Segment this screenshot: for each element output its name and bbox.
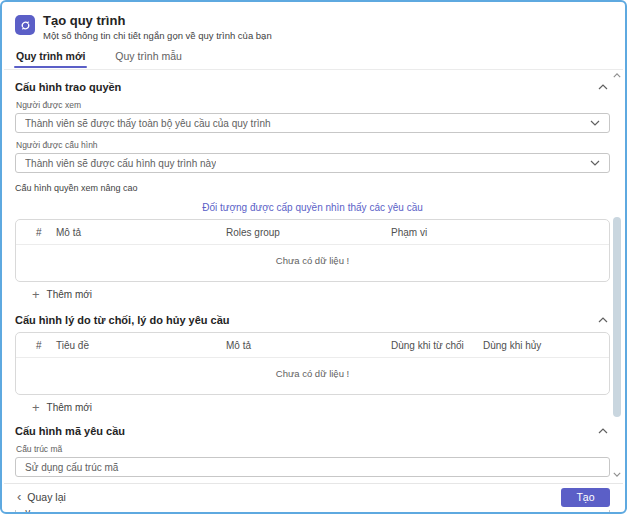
scrollbar-track[interactable] (612, 82, 622, 463)
code-structure-input[interactable] (25, 462, 600, 473)
sync-icon (19, 19, 32, 32)
roles-table-empty: Chưa có dữ liệu ! (16, 245, 609, 281)
tab-new-process[interactable]: Quy trình mới (15, 50, 86, 69)
header-text: Tạo quy trình Một số thông tin chi tiết … (43, 13, 272, 41)
form-content: Cấu hình trao quyền Người được xem Thành… (2, 81, 625, 514)
reasons-table-empty: Chưa có dữ liệu ! (16, 358, 609, 394)
create-process-dialog: Tạo quy trình Một số thông tin chi tiết … (0, 0, 627, 514)
col-index: # (36, 340, 56, 351)
col-scope: Phạm vi (391, 227, 589, 238)
add-reason-button[interactable]: + Thêm mới (32, 402, 610, 413)
plus-icon: + (32, 290, 40, 300)
add-role-button[interactable]: + Thêm mới (32, 289, 610, 300)
configurer-select[interactable]: Thành viên sẽ được cấu hình quy trình nà… (15, 153, 610, 173)
col-used-on-reject: Dùng khi từ chối (391, 340, 483, 351)
vertical-scrollbar[interactable] (612, 64, 622, 481)
tab-bar: Quy trình mới Quy trình mẫu (15, 50, 625, 69)
reasons-table: # Tiêu đề Mô tả Dùng khi từ chối Dùng kh… (15, 332, 610, 395)
add-reason-label: Thêm mới (47, 402, 92, 413)
viewer-select-value: Thành viên sẽ được thấy toàn bộ yêu cầu … (25, 118, 271, 129)
roles-table: # Mô tả Roles group Phạm vi Chưa có dữ l… (15, 219, 610, 282)
dialog-header: Tạo quy trình Một số thông tin chi tiết … (2, 2, 625, 41)
page-subtitle: Một số thông tin chi tiết ngắn gọn về qu… (43, 30, 272, 41)
reasons-table-header: # Tiêu đề Mô tả Dùng khi từ chối Dùng kh… (16, 333, 609, 358)
roles-table-header: # Mô tả Roles group Phạm vi (16, 220, 609, 245)
col-title: Tiêu đề (56, 340, 226, 351)
collapse-grant-icon[interactable] (596, 83, 610, 91)
plus-icon: + (32, 403, 40, 413)
create-button[interactable]: Tạo (561, 488, 610, 507)
collapse-reasons-icon[interactable] (596, 316, 610, 324)
code-structure-field (15, 457, 610, 477)
section-reasons-title: Cấu hình lý do từ chối, lý do hủy yêu cầ… (15, 314, 230, 326)
process-sync-icon (15, 15, 35, 35)
section-code-header: Cấu hình mã yêu cầu (15, 425, 610, 437)
scroll-down-icon[interactable] (613, 463, 621, 481)
tab-divider (4, 69, 623, 70)
col-used-on-cancel: Dùng khi hủy (483, 340, 589, 351)
viewer-label: Người được xem (16, 100, 610, 110)
viewer-select[interactable]: Thành viên sẽ được thấy toàn bộ yêu cầu … (15, 113, 610, 133)
col-index: # (36, 227, 56, 238)
code-structure-label: Cấu trúc mã (16, 444, 610, 454)
configurer-label: Người được cấu hình (16, 140, 610, 150)
back-label: Quay lại (27, 491, 66, 503)
col-roles-group: Roles group (226, 227, 391, 238)
section-code-title: Cấu hình mã yêu cầu (15, 425, 125, 437)
advanced-permission-link[interactable]: Đối tượng được cấp quyền nhìn thấy các y… (15, 202, 610, 213)
chevron-left-icon: ‹ (17, 492, 21, 502)
chevron-down-icon (590, 120, 600, 126)
dialog-footer: ‹ Quay lại Tạo (4, 483, 623, 510)
add-role-label: Thêm mới (47, 289, 92, 300)
section-grant-title: Cấu hình trao quyền (15, 81, 121, 93)
advanced-permission-label: Cấu hình quyền xem nâng cao (15, 183, 610, 193)
col-description: Mô tả (56, 227, 226, 238)
configurer-select-value: Thành viên sẽ được cấu hình quy trình nà… (25, 158, 216, 169)
section-grant-header: Cấu hình trao quyền (15, 81, 610, 93)
back-button[interactable]: ‹ Quay lại (17, 491, 66, 503)
chevron-down-icon (590, 160, 600, 166)
tab-template-process[interactable]: Quy trình mẫu (114, 50, 183, 69)
scrollbar-thumb[interactable] (613, 217, 621, 417)
scroll-up-icon[interactable] (613, 64, 621, 82)
section-reasons-header: Cấu hình lý do từ chối, lý do hủy yêu cầ… (15, 314, 610, 326)
collapse-code-icon[interactable] (596, 427, 610, 435)
col-description: Mô tả (226, 340, 391, 351)
page-title: Tạo quy trình (43, 13, 272, 28)
